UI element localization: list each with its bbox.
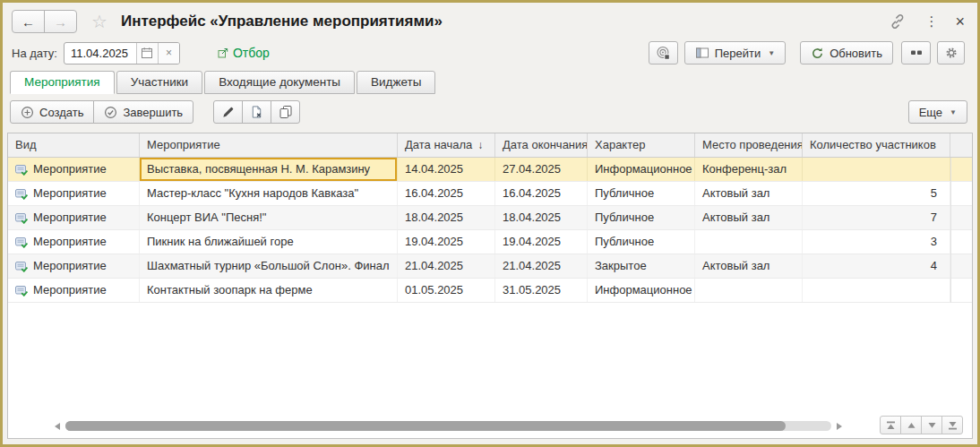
row-type-cell[interactable]: Информационное bbox=[588, 279, 695, 302]
row-start-date-cell[interactable]: 01.05.2025 bbox=[398, 279, 495, 302]
close-icon[interactable]: × bbox=[955, 13, 965, 31]
tab-widgets[interactable]: Виджеты bbox=[357, 71, 435, 94]
finish-button[interactable]: Завершить bbox=[93, 100, 193, 124]
row-type-cell[interactable]: Публичное bbox=[588, 182, 695, 205]
history-nav: ← → bbox=[12, 10, 77, 33]
row-end-date-cell[interactable]: 31.05.2025 bbox=[495, 279, 588, 302]
back-button[interactable]: ← bbox=[12, 10, 45, 33]
favorite-star-icon[interactable]: ☆ bbox=[91, 13, 107, 30]
row-participants-cell[interactable]: 4 bbox=[803, 254, 950, 278]
row-start-date-cell[interactable]: 21.04.2025 bbox=[398, 254, 495, 278]
row-end-date-cell[interactable]: 19.04.2025 bbox=[495, 230, 588, 254]
row-place-cell[interactable]: Актовый зал bbox=[695, 182, 803, 205]
header-start-date[interactable]: Дата начала↓ bbox=[398, 133, 495, 157]
row-kind-cell[interactable]: Мероприятие bbox=[8, 206, 140, 229]
row-end-date-cell[interactable]: 16.04.2025 bbox=[495, 182, 588, 205]
get-link-icon[interactable] bbox=[890, 13, 906, 30]
goto-button[interactable]: Перейти ▼ bbox=[684, 41, 786, 64]
row-participants-cell[interactable]: 7 bbox=[803, 206, 950, 229]
go-down-button[interactable] bbox=[921, 416, 942, 434]
row-kind-cell[interactable]: Мероприятие bbox=[8, 279, 140, 302]
table-footer bbox=[8, 413, 972, 438]
filter-settings-link[interactable]: Отбор bbox=[218, 46, 270, 60]
dropdown-icon: ▼ bbox=[768, 49, 775, 57]
tab-participants[interactable]: Участники bbox=[116, 71, 203, 94]
row-place-cell[interactable]: Актовый зал bbox=[695, 254, 803, 278]
more-menu-icon[interactable]: ⋮ bbox=[924, 13, 938, 30]
forward-button[interactable]: → bbox=[44, 10, 77, 33]
scrollbar-track[interactable] bbox=[65, 421, 831, 431]
go-first-button[interactable] bbox=[880, 416, 901, 434]
clear-icon: × bbox=[166, 47, 172, 59]
mru-button[interactable] bbox=[901, 41, 931, 64]
header-end-date[interactable]: Дата окончания bbox=[495, 133, 588, 157]
header-participants[interactable]: Количество участников bbox=[803, 133, 950, 157]
table-row[interactable]: Мероприятие Концерт ВИА "Песня!" 18.04.2… bbox=[8, 206, 972, 230]
event-document-icon bbox=[15, 236, 28, 248]
back-arrow-icon: ← bbox=[21, 14, 35, 30]
row-end-date-cell[interactable]: 21.04.2025 bbox=[495, 254, 588, 278]
row-event-name-cell[interactable]: Мастер-класс "Кухня народов Кавказа" bbox=[140, 182, 398, 205]
calendar-button[interactable] bbox=[136, 43, 158, 64]
row-participants-cell[interactable]: 5 bbox=[803, 182, 950, 205]
date-clear-button[interactable]: × bbox=[158, 43, 179, 64]
copy-button[interactable] bbox=[271, 100, 300, 124]
row-start-date-cell[interactable]: 16.04.2025 bbox=[398, 182, 495, 205]
row-participants-cell[interactable] bbox=[803, 279, 950, 302]
more-button[interactable]: Еще ▼ bbox=[908, 100, 967, 124]
row-place-cell[interactable]: Актовый зал bbox=[695, 206, 803, 229]
go-up-button[interactable] bbox=[900, 416, 922, 434]
row-kind-cell[interactable]: Мероприятие bbox=[8, 182, 140, 205]
row-event-name-cell[interactable]: Выставка, посвященная Н. М. Карамзину bbox=[140, 158, 398, 181]
event-document-icon bbox=[15, 261, 28, 272]
create-button[interactable]: Создать bbox=[10, 100, 94, 124]
row-kind-cell[interactable]: Мероприятие bbox=[8, 158, 140, 181]
row-kind-cell[interactable]: Мероприятие bbox=[8, 230, 140, 254]
row-place-cell[interactable]: Конференц-зал bbox=[695, 158, 803, 181]
horizontal-scrollbar[interactable] bbox=[55, 421, 842, 431]
row-kind-cell[interactable]: Мероприятие bbox=[8, 254, 140, 278]
table-row[interactable]: Мероприятие Шахматный турнир «Большой Сл… bbox=[8, 254, 972, 279]
row-event-name-cell[interactable]: Пикник на ближайшей горе bbox=[140, 230, 398, 254]
scroll-right-icon[interactable] bbox=[837, 423, 842, 430]
table-row[interactable]: Мероприятие Пикник на ближайшей горе 19.… bbox=[8, 230, 972, 254]
row-place-cell[interactable] bbox=[695, 230, 803, 254]
row-type-cell[interactable]: Закрытое bbox=[588, 254, 695, 278]
header-kind[interactable]: Вид bbox=[8, 133, 140, 157]
settings-button[interactable] bbox=[937, 41, 965, 64]
date-input[interactable]: 11.04.2025 bbox=[64, 43, 136, 64]
tab-events[interactable]: Мероприятия bbox=[10, 71, 115, 94]
edit-button[interactable] bbox=[213, 100, 243, 124]
header-place[interactable]: Место проведения bbox=[695, 133, 803, 157]
row-participants-cell[interactable]: 3 bbox=[803, 230, 950, 254]
header-type[interactable]: Характер bbox=[588, 133, 695, 157]
table-row[interactable]: Мероприятие Выставка, посвященная Н. М. … bbox=[8, 158, 972, 182]
row-end-date-cell[interactable]: 27.04.2025 bbox=[495, 158, 588, 181]
event-document-icon bbox=[15, 212, 28, 224]
row-start-date-cell[interactable]: 14.04.2025 bbox=[398, 158, 495, 181]
row-type-cell[interactable]: Публичное bbox=[588, 206, 695, 229]
row-participants-cell[interactable] bbox=[803, 158, 950, 181]
row-start-date-cell[interactable]: 18.04.2025 bbox=[398, 206, 495, 229]
scroll-left-icon[interactable] bbox=[55, 423, 60, 430]
row-event-name-cell[interactable]: Шахматный турнир «Большой Слон». Финал bbox=[140, 254, 398, 278]
table-row[interactable]: Мероприятие Мастер-класс "Кухня народов … bbox=[8, 182, 972, 206]
web-link-button[interactable] bbox=[649, 41, 678, 64]
row-event-name-cell[interactable]: Контактный зоопарк на ферме bbox=[140, 279, 398, 302]
refresh-button[interactable]: Обновить bbox=[800, 41, 893, 64]
table-row[interactable]: Мероприятие Контактный зоопарк на ферме … bbox=[8, 279, 972, 303]
tab-incoming-documents[interactable]: Входящие документы bbox=[204, 71, 355, 94]
go-last-button[interactable] bbox=[941, 416, 963, 434]
row-place-cell[interactable] bbox=[695, 279, 803, 302]
scrollbar-thumb[interactable] bbox=[65, 421, 786, 431]
row-type-cell[interactable]: Публичное bbox=[588, 230, 695, 254]
date-control: 11.04.2025 × bbox=[64, 42, 180, 64]
gear-icon bbox=[944, 46, 959, 60]
mark-deletion-button[interactable] bbox=[242, 100, 271, 124]
row-start-date-cell[interactable]: 19.04.2025 bbox=[398, 230, 495, 254]
row-event-name-cell[interactable]: Концерт ВИА "Песня!" bbox=[140, 206, 398, 229]
goto-label: Перейти bbox=[715, 47, 761, 60]
row-end-date-cell[interactable]: 18.04.2025 bbox=[495, 206, 588, 229]
row-type-cell[interactable]: Информационное bbox=[588, 158, 695, 181]
header-event[interactable]: Мероприятие bbox=[140, 133, 398, 157]
